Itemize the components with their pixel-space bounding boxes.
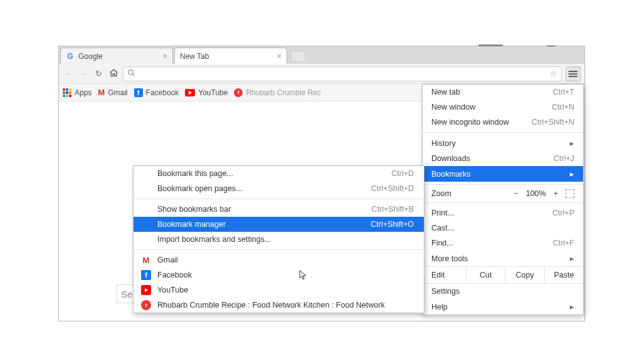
submenu-import[interactable]: Import bookmarks and settings... <box>134 232 424 247</box>
menu-label: YouTube <box>157 286 188 294</box>
submenu-bookmark-facebook[interactable]: f Facebook <box>134 268 424 283</box>
menu-history[interactable]: History ▸ <box>423 135 583 151</box>
ntp-search-placeholder: Se <box>121 289 132 299</box>
zoom-percent: 100% <box>526 189 546 198</box>
menu-label: Show bookmarks bar <box>157 205 231 214</box>
menu-cut[interactable]: Cut <box>466 267 505 283</box>
submenu-arrow-icon: ▸ <box>570 169 574 179</box>
foodnetwork-icon: f <box>234 88 243 97</box>
menu-shortcut: Ctrl+J <box>554 154 574 163</box>
bookmarks-submenu: Bookmark this page... Ctrl+D Bookmark op… <box>133 165 424 313</box>
menu-help[interactable]: Help ▸ <box>423 299 583 315</box>
menu-label: Settings <box>431 287 460 296</box>
menu-shortcut: Ctrl+Shift+N <box>532 118 574 127</box>
menu-label: Find... <box>431 239 453 247</box>
submenu-arrow-icon: ▸ <box>570 254 574 263</box>
bookmark-facebook[interactable]: f Facebook <box>134 88 179 97</box>
menu-shortcut: Ctrl+T <box>553 88 574 96</box>
menu-separator <box>423 202 583 203</box>
menu-label: Print... <box>431 209 454 217</box>
tab-title: New Tab <box>180 52 209 61</box>
submenu-bookmark-manager[interactable]: Bookmark manager Ctrl+Shift+O <box>134 217 424 232</box>
submenu-arrow-icon: ▸ <box>570 138 574 148</box>
submenu-bookmark-open[interactable]: Bookmark open pages... Ctrl+Shift+D <box>134 181 424 196</box>
menu-find[interactable]: Find... Ctrl+F <box>423 236 583 251</box>
tab-strip: G Google × New Tab × <box>59 46 584 64</box>
menu-label: New incognito window <box>431 118 509 127</box>
bookmark-rhubarb[interactable]: f Rhubarb Crumble Rec <box>234 88 320 97</box>
menu-more-tools[interactable]: More tools ▸ <box>423 251 583 266</box>
menu-shortcut: Ctrl+Shift+O <box>371 220 414 229</box>
new-tab-button[interactable] <box>291 51 306 62</box>
bookmark-label: YouTube <box>198 88 228 97</box>
menu-label: Downloads <box>431 154 470 163</box>
main-menu-button[interactable] <box>566 66 581 81</box>
tab-close-icon[interactable]: × <box>163 52 167 61</box>
menu-label: Cast... <box>431 224 454 232</box>
menu-new-window[interactable]: New window Ctrl+N <box>423 100 583 115</box>
menu-separator <box>134 199 424 199</box>
menu-new-tab[interactable]: New tab Ctrl+T <box>423 85 583 100</box>
menu-downloads[interactable]: Downloads Ctrl+J <box>423 151 583 166</box>
menu-label: Import bookmarks and settings... <box>157 235 271 244</box>
zoom-out-button[interactable]: − <box>513 189 518 198</box>
bookmark-gmail[interactable]: M Gmail <box>98 88 127 97</box>
menu-incognito[interactable]: New incognito window Ctrl+Shift+N <box>423 115 583 130</box>
apps-icon <box>63 88 71 97</box>
gmail-icon: M <box>98 88 105 97</box>
menu-shortcut: Ctrl+Shift+D <box>371 184 414 193</box>
menu-shortcut: Ctrl+F <box>553 239 574 247</box>
foodnetwork-icon: f <box>141 300 151 310</box>
gmail-icon: M <box>141 255 151 265</box>
main-menu: New tab Ctrl+T New window Ctrl+N New inc… <box>422 84 584 315</box>
browser-window: Julia — ✕ G Google × New Tab × ← → ↻ ☆ <box>58 46 585 321</box>
apps-label: Apps <box>75 88 92 97</box>
home-button[interactable] <box>108 68 119 80</box>
menu-shortcut: Ctrl+N <box>552 103 574 112</box>
menu-shortcut: Ctrl+P <box>552 209 574 217</box>
menu-print[interactable]: Print... Ctrl+P <box>423 205 583 221</box>
google-favicon: G <box>66 52 75 61</box>
fullscreen-icon[interactable] <box>566 189 574 198</box>
menu-paste[interactable]: Paste <box>544 267 583 283</box>
menu-label: Help <box>431 303 448 311</box>
submenu-bookmark-page[interactable]: Bookmark this page... Ctrl+D <box>134 166 424 181</box>
forward-button[interactable]: → <box>78 69 89 78</box>
svg-point-0 <box>129 70 134 75</box>
submenu-bookmark-rhubarb[interactable]: f Rhubarb Crumble Recipe : Food Network … <box>134 298 424 313</box>
submenu-bookmark-gmail[interactable]: M Gmail <box>134 252 424 268</box>
menu-separator <box>423 184 583 185</box>
menu-label: New window <box>431 103 475 112</box>
menu-label: Facebook <box>157 271 192 279</box>
menu-label: Bookmark open pages... <box>157 184 243 193</box>
submenu-bookmark-youtube[interactable]: YouTube <box>134 283 424 298</box>
menu-cast[interactable]: Cast... <box>423 221 583 236</box>
tab-title: Google <box>78 52 103 61</box>
menu-label: New tab <box>431 88 460 96</box>
menu-edit-label: Edit <box>423 267 466 283</box>
submenu-show-bar[interactable]: Show bookmarks bar Ctrl+Shift+B <box>134 202 424 217</box>
menu-copy[interactable]: Copy <box>505 267 544 283</box>
menu-zoom: Zoom − 100% + <box>423 187 583 200</box>
omnibox-input[interactable] <box>138 68 547 79</box>
tab-new-tab[interactable]: New Tab × <box>174 48 287 64</box>
svg-line-1 <box>132 74 134 76</box>
menu-label: Bookmark manager <box>157 220 226 229</box>
menu-separator <box>423 132 583 133</box>
reload-button[interactable]: ↻ <box>93 69 104 78</box>
submenu-arrow-icon: ▸ <box>570 302 574 311</box>
toolbar: ← → ↻ ☆ <box>59 64 584 84</box>
menu-label: Bookmark this page... <box>157 169 233 178</box>
zoom-in-button[interactable]: + <box>554 189 558 198</box>
menu-settings[interactable]: Settings <box>423 284 583 299</box>
tab-close-icon[interactable]: × <box>277 52 282 61</box>
bookmark-label: Rhubarb Crumble Rec <box>246 88 320 97</box>
bookmark-youtube[interactable]: YouTube <box>185 88 228 97</box>
apps-shortcut[interactable]: Apps <box>63 88 92 97</box>
back-button[interactable]: ← <box>63 69 74 78</box>
tab-google[interactable]: G Google × <box>60 48 173 64</box>
menu-edit-row: Edit Cut Copy Paste <box>423 266 583 284</box>
omnibox[interactable]: ☆ <box>123 66 562 81</box>
bookmark-star-icon[interactable]: ☆ <box>550 69 557 78</box>
menu-bookmarks[interactable]: Bookmarks ▸ <box>423 166 583 182</box>
